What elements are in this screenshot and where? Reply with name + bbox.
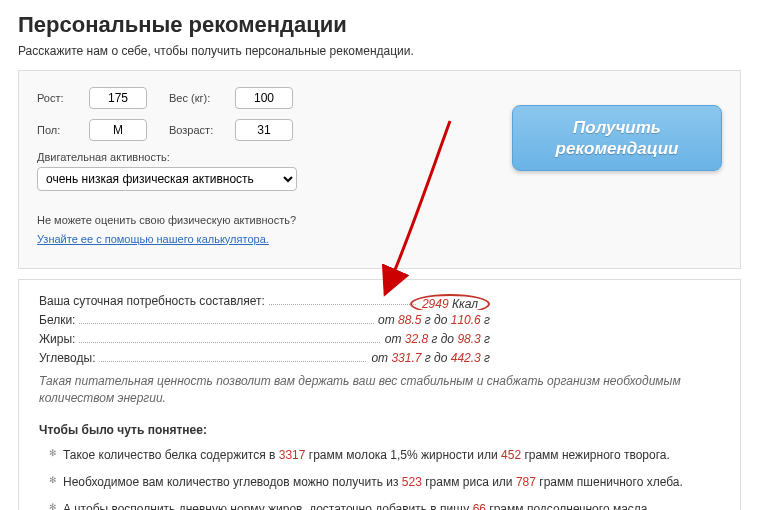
kcal-highlight: 2949 Ккал: [410, 294, 490, 310]
results-panel: Ваша суточная потребность составляет: 29…: [18, 279, 741, 510]
daily-need-label: Ваша суточная потребность составляет:: [39, 294, 269, 308]
clarify-heading: Чтобы было чуть понятнее:: [39, 423, 720, 437]
list-item: Такое количество белка содержится в 3317…: [49, 447, 720, 464]
page-subtitle: Расскажите нам о себе, чтобы получить пе…: [18, 44, 741, 58]
list-item: Необходимое вам количество углеводов мож…: [49, 474, 720, 491]
height-input[interactable]: [89, 87, 147, 109]
activity-label: Двигательная активность:: [37, 151, 397, 163]
calculator-link[interactable]: Узнайте ее с помощью нашего калькулятора…: [37, 233, 269, 245]
activity-select[interactable]: очень низкая физическая активность: [37, 167, 297, 191]
helper-question: Не можете оценить свою физическую активн…: [37, 211, 397, 230]
button-line1: Получить: [573, 118, 661, 137]
weight-input[interactable]: [235, 87, 293, 109]
get-recommendations-button[interactable]: Получить рекомендации: [512, 105, 722, 171]
fat-label: Жиры:: [39, 332, 79, 346]
kcal-unit: Ккал: [452, 297, 478, 310]
gender-label: Пол:: [37, 124, 89, 136]
carb-value: от 331.7 г до 442.3 г: [367, 351, 490, 365]
form-panel: Рост: Вес (кг): Пол: Возраст: Двигательн…: [18, 70, 741, 269]
results-note: Такая питательная ценность позволит вам …: [39, 373, 720, 407]
gender-input[interactable]: [89, 119, 147, 141]
height-label: Рост:: [37, 92, 89, 104]
button-line2: рекомендации: [556, 139, 679, 158]
protein-value: от 88.5 г до 110.6 г: [374, 313, 490, 327]
weight-label: Вес (кг):: [169, 92, 235, 104]
protein-label: Белки:: [39, 313, 79, 327]
fat-value: от 32.8 г до 98.3 г: [381, 332, 490, 346]
carb-label: Углеводы:: [39, 351, 99, 365]
age-label: Возраст:: [169, 124, 235, 136]
page-title: Персональные рекомендации: [18, 12, 741, 38]
kcal-value: 2949: [422, 297, 449, 310]
list-item: А чтобы восполнить дневную норму жиров, …: [49, 501, 720, 510]
age-input[interactable]: [235, 119, 293, 141]
